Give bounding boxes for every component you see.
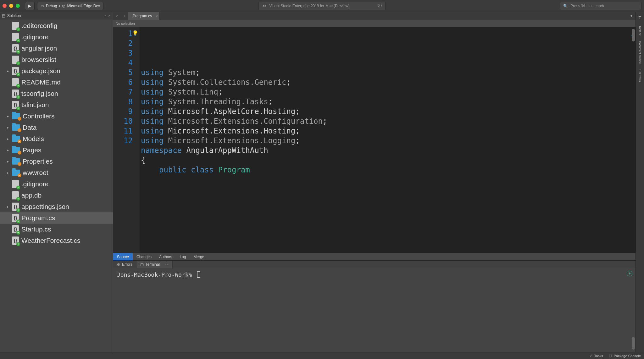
check-icon: ✓ (590, 354, 592, 358)
package-console-button[interactable]: ▢ Package Console (609, 354, 641, 358)
panel-terminal[interactable]: ▢Terminal▫ × (136, 261, 173, 268)
tree-item[interactable]: ▸{}+package.json (0, 65, 113, 77)
editor-tab-program[interactable]: Program.cs × (128, 12, 160, 20)
tree-item[interactable]: ▸–Data (0, 122, 113, 133)
errors-icon: ⊘ (117, 262, 120, 267)
tree-item[interactable]: {}+tslint.json (0, 99, 113, 111)
code-content[interactable]: 💡 ◆ using System;using System.Collection… (140, 27, 636, 253)
vcs-added-icon: + (16, 61, 20, 65)
file-icon: + (12, 78, 19, 86)
expander-icon[interactable]: ▸ (6, 137, 9, 141)
rail-document-outline[interactable]: Document Outline (638, 41, 641, 64)
tree-item[interactable]: +browserslist (0, 54, 113, 65)
expander-icon[interactable]: ▸ (6, 125, 9, 130)
json-icon: {}+ (12, 237, 19, 245)
panel-label: Errors (122, 262, 132, 267)
tree-item-label: wwwroot (23, 169, 48, 177)
tree-item[interactable]: ▸–Controllers (0, 111, 113, 122)
tree-item[interactable]: ▸–wwwroot (0, 167, 113, 178)
close-window-icon[interactable] (3, 4, 7, 8)
terminal-icon: ▢ (140, 262, 144, 267)
vcs-added-icon: + (16, 106, 20, 110)
scroll-thumb[interactable] (632, 29, 635, 41)
nav-forward[interactable]: › (121, 12, 128, 20)
tree-item[interactable]: ▸–Pages (0, 144, 113, 156)
editor-breadcrumb[interactable]: No selection (113, 20, 636, 27)
tasks-button[interactable]: ✓ Tasks (590, 354, 603, 358)
tree-item[interactable]: ▸{}+appsettings.json (0, 201, 113, 212)
editor-scrollbar[interactable] (631, 27, 636, 253)
tree-item[interactable]: +README.md (0, 77, 113, 88)
tree-item[interactable]: +.gitignore (0, 31, 113, 43)
editor-area: ‹ › Program.cs × ▼ No selection 12345678… (113, 12, 636, 352)
run-configuration[interactable]: ▭ Debug › ◎ Microsoft Edge Dev (37, 2, 103, 10)
tree-item-label: WeatherForecast.cs (21, 237, 80, 244)
tree-item[interactable]: {}+Program.cs (0, 212, 113, 224)
tab-overflow-icon[interactable]: ▼ (630, 14, 633, 18)
vcs-tab-merge[interactable]: Merge (190, 253, 208, 260)
terminal-panel[interactable]: Jons-MacBook-Pro-Work% + (113, 268, 636, 352)
tree-item[interactable]: {}+Startup.cs (0, 224, 113, 235)
run-target-label: Microsoft Edge Dev (67, 4, 100, 8)
device-icon: ▭ (41, 4, 44, 8)
pin-icon[interactable]: ▫ × (165, 263, 169, 266)
vcs-added-icon: + (16, 220, 20, 223)
vcs-tab-authors[interactable]: Authors (155, 253, 176, 260)
tree-item[interactable]: {}+angular.json (0, 43, 113, 54)
solution-tree[interactable]: +.editorconfig+.gitignore{}+angular.json… (0, 19, 113, 352)
vcs-tab-changes[interactable]: Changes (133, 253, 155, 260)
vcs-added-icon: + (16, 73, 20, 76)
rail-unit-tests[interactable]: Unit Tests (638, 69, 641, 82)
tree-item-label: .editorconfig (21, 22, 57, 30)
vcs-modified-icon: – (18, 162, 21, 166)
app-title: Visual Studio Enterprise 2019 for Mac (P… (269, 4, 350, 8)
title-pill: ⋈ Visual Studio Enterprise 2019 for Mac … (258, 2, 386, 10)
tree-item[interactable]: +app.db (0, 190, 113, 201)
run-button[interactable]: ▶ (25, 2, 35, 10)
expander-icon[interactable]: ▸ (6, 159, 9, 164)
tree-item-label: .gitignore (21, 33, 48, 41)
tree-item[interactable]: ▸–Models (0, 133, 113, 144)
info-icon[interactable]: ⓘ (378, 3, 382, 8)
lightbulb-icon[interactable]: 💡 (132, 28, 138, 38)
expander-icon[interactable]: ▸ (6, 69, 9, 73)
tree-item[interactable]: {}+WeatherForecast.cs (0, 235, 113, 246)
close-tab-icon[interactable]: × (156, 14, 158, 18)
rail-toolbox[interactable]: Toolbox (638, 26, 641, 35)
json-icon: {}+ (12, 101, 19, 109)
tree-item[interactable]: ▸–Properties (0, 156, 113, 167)
file-icon: + (12, 191, 19, 199)
tree-item[interactable]: +.gitignore (0, 178, 113, 190)
window-controls (3, 4, 20, 8)
nav-back[interactable]: ‹ (113, 12, 121, 20)
toolbox-icon[interactable]: T (639, 15, 641, 20)
expander-icon[interactable]: ▸ (6, 148, 9, 152)
code-editor[interactable]: 123456789101112 💡 ◆ using System;using S… (113, 27, 636, 253)
tool-panels-strip: ⊘Errors▢Terminal▫ × (113, 260, 636, 268)
scroll-thumb[interactable] (632, 337, 635, 350)
expander-icon[interactable]: ▸ (6, 171, 9, 175)
editor-tabstrip: ‹ › Program.cs × ▼ (113, 12, 636, 20)
global-search[interactable]: 🔍 Press '⌘.' to search (560, 2, 641, 10)
tree-item-label: app.db (21, 192, 42, 199)
solution-panel: ▤ Solution ▫ × +.editorconfig+.gitignore… (0, 12, 113, 352)
terminal-scrollbar[interactable] (631, 268, 636, 352)
terminal-cursor (197, 271, 200, 278)
expander-icon[interactable]: ▸ (6, 204, 9, 209)
minimize-window-icon[interactable] (9, 4, 13, 8)
vcs-modified-icon: – (18, 173, 21, 177)
expander-icon[interactable]: ▸ (6, 114, 9, 118)
vcs-tab-log[interactable]: Log (176, 253, 190, 260)
tree-item-label: tslint.json (21, 101, 49, 109)
file-icon: + (12, 33, 19, 41)
tree-item-label: Controllers (23, 112, 55, 120)
tree-item[interactable]: +.editorconfig (0, 20, 113, 31)
tree-item[interactable]: {}+tsconfig.json (0, 88, 113, 99)
panel-errors[interactable]: ⊘Errors (113, 261, 136, 268)
vcs-tab-source[interactable]: Source (113, 253, 133, 260)
folder-icon: – (12, 113, 20, 119)
folder-icon: – (12, 170, 20, 176)
json-icon: {}+ (12, 225, 19, 233)
panel-tools[interactable]: ▫ × (105, 14, 111, 18)
zoom-window-icon[interactable] (16, 4, 20, 8)
